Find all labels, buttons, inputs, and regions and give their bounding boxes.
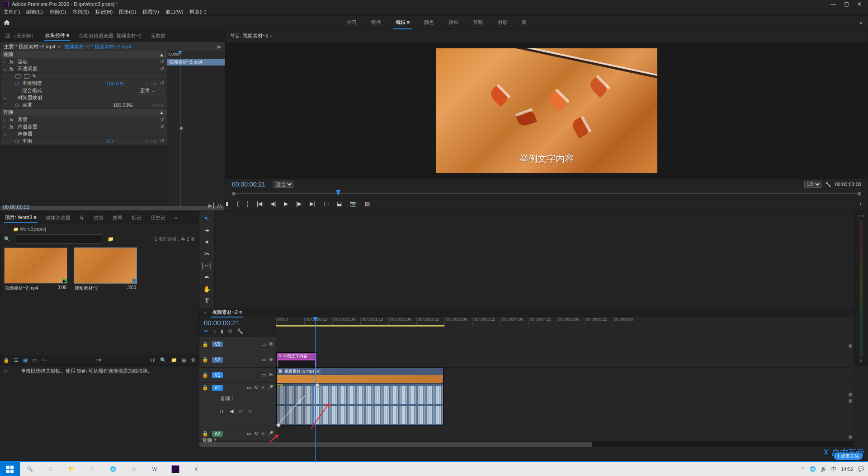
type-tool-icon[interactable]: T bbox=[205, 297, 209, 304]
prev-keyframe-icon[interactable]: ◁ bbox=[145, 139, 148, 144]
delete-icon[interactable]: 🗑 bbox=[191, 357, 196, 363]
ec-settings-icon[interactable]: 凸 bbox=[217, 203, 222, 210]
next-keyframe-icon[interactable]: ▷ bbox=[154, 81, 157, 86]
menu-markers[interactable]: 标记(M) bbox=[95, 9, 113, 15]
ec-linked-clip[interactable]: 视频素材~2 * 视频素材~2.mp4 bbox=[64, 43, 131, 50]
tab-effect-controls[interactable]: 效果控件 ≡ bbox=[44, 31, 70, 41]
zoom-slider[interactable]: ○─ bbox=[41, 357, 47, 363]
track-output-icon[interactable]: ▭ bbox=[247, 385, 251, 391]
ec-hscroll[interactable] bbox=[0, 206, 225, 210]
ec-timecode[interactable]: 00:00:00:21 bbox=[3, 204, 29, 210]
workspace-tab-color[interactable]: 颜色 bbox=[424, 19, 434, 26]
taskbar-settings-icon[interactable]: ⚙ bbox=[82, 462, 102, 476]
track-lock-icon[interactable]: 🔒 bbox=[202, 341, 208, 347]
icon-view-icon[interactable]: ▦ bbox=[23, 357, 28, 363]
scrub-handle-left[interactable] bbox=[232, 192, 236, 196]
start-button[interactable] bbox=[0, 462, 20, 476]
menu-window[interactable]: 窗口(W) bbox=[165, 9, 184, 15]
find-icon[interactable]: 🔍 bbox=[160, 357, 166, 363]
mark-in-icon[interactable]: { bbox=[237, 201, 239, 207]
track-lock-icon[interactable]: 🔒 bbox=[202, 431, 208, 437]
next-keyframe-icon[interactable]: ▷ bbox=[161, 103, 164, 107]
step-back-icon[interactable]: ◀| bbox=[270, 201, 276, 207]
workspace-tab-library[interactable]: 库 bbox=[522, 19, 527, 26]
extract-icon[interactable]: ⬓ bbox=[337, 201, 342, 207]
taskbar-word-icon[interactable]: W bbox=[145, 462, 165, 476]
ripple-tool-icon[interactable]: ✦ bbox=[204, 238, 210, 246]
settings-icon[interactable]: 🔧 bbox=[825, 182, 831, 187]
tray-ime-icon[interactable]: 中 bbox=[831, 466, 836, 472]
pen-tool-icon[interactable]: ✒ bbox=[204, 274, 210, 281]
workspace-tab-audio[interactable]: 音频 bbox=[473, 19, 483, 26]
linked-selection-icon[interactable]: ∩ bbox=[212, 328, 216, 334]
chevron-down-icon[interactable]: ⌄ bbox=[3, 95, 7, 101]
tab-overflow[interactable]: » bbox=[174, 214, 178, 221]
slip-tool-icon[interactable]: |↔| bbox=[202, 262, 212, 269]
menu-help[interactable]: 帮助(H) bbox=[189, 9, 206, 15]
prev-keyframe-icon[interactable]: ◀ bbox=[230, 408, 233, 414]
track-label-v1[interactable]: V1 bbox=[212, 372, 223, 378]
workspace-tab-assembly[interactable]: 组件 bbox=[371, 19, 381, 26]
timeline-clip-audio[interactable]: fx bbox=[276, 383, 443, 426]
timeline-workarea[interactable] bbox=[276, 325, 444, 327]
settings-icon[interactable]: ⚙ bbox=[228, 328, 232, 334]
home-button[interactable] bbox=[0, 16, 14, 29]
tab-effects[interactable]: 效果 bbox=[112, 214, 123, 222]
lift-icon[interactable]: ⬚ bbox=[324, 201, 329, 207]
track-visibility-icon[interactable]: 👁 bbox=[269, 341, 274, 347]
wrench-icon[interactable]: 🔧 bbox=[237, 328, 243, 334]
track-lock-icon[interactable]: 🔒 bbox=[202, 357, 208, 363]
track-label-a2[interactable]: A2 bbox=[212, 431, 223, 437]
timeline-close-icon[interactable]: × bbox=[204, 310, 207, 315]
workspace-overflow[interactable]: » bbox=[860, 20, 863, 25]
track-output-icon[interactable]: ▭ bbox=[261, 341, 266, 347]
automate-icon[interactable]: ⫿⫿ bbox=[150, 357, 156, 363]
tray-chevron-icon[interactable]: ＾ bbox=[800, 466, 805, 472]
stopwatch-icon[interactable]: ◷ bbox=[15, 138, 19, 144]
selection-tool-icon[interactable]: ↖ bbox=[204, 215, 210, 222]
timeline-clip-video[interactable]: ▦ 视频素材~2.mp4 [V] bbox=[276, 368, 443, 383]
next-keyframe-icon[interactable]: ▷ bbox=[248, 408, 251, 414]
program-fit-select[interactable]: 适合 bbox=[274, 181, 293, 188]
chevron-down-icon[interactable]: ⌄ bbox=[3, 66, 7, 72]
mask-pen-icon[interactable]: ✎ bbox=[32, 73, 36, 79]
collapse-up-icon[interactable]: ▲ bbox=[159, 52, 164, 57]
mark-out-icon[interactable]: } bbox=[247, 201, 249, 207]
add-marker-icon[interactable]: ▮ bbox=[226, 201, 229, 207]
tab-media-browser[interactable]: 媒体浏览器 bbox=[45, 214, 71, 222]
timeline-playhead[interactable] bbox=[315, 317, 316, 463]
menu-clip[interactable]: 剪辑(C) bbox=[49, 9, 66, 15]
taskbar-taskview-icon[interactable]: ⊞ bbox=[41, 462, 61, 476]
new-item-icon[interactable]: ▦ bbox=[182, 357, 186, 363]
go-to-in-icon[interactable]: |◀ bbox=[257, 201, 262, 207]
taskbar-excel-icon[interactable]: X bbox=[186, 462, 206, 476]
taskbar-search-icon[interactable]: 🔍 bbox=[20, 462, 40, 476]
track-output-icon[interactable]: ▭ bbox=[247, 431, 251, 437]
add-keyframe-icon[interactable]: ◇ bbox=[150, 81, 153, 86]
vscroll-mid2-handle[interactable] bbox=[849, 399, 852, 403]
chevron-right-icon[interactable]: › bbox=[3, 117, 7, 122]
ec-balance-value[interactable]: 0.0 bbox=[106, 139, 142, 144]
solo-icon[interactable]: S bbox=[261, 385, 264, 391]
track-lock-icon[interactable]: 🔒 bbox=[202, 372, 208, 378]
track-output-icon[interactable]: ▭ bbox=[261, 372, 266, 378]
project-item[interactable]: ▶ 视频素材~2.mp43:00 bbox=[4, 247, 67, 293]
menu-graphics[interactable]: 图形(G) bbox=[119, 9, 136, 15]
taskbar-premiere-icon[interactable] bbox=[165, 462, 185, 476]
voice-icon[interactable]: 🎤 bbox=[267, 431, 274, 437]
program-timecode[interactable]: 00:00:00:21 bbox=[232, 181, 265, 188]
tray-clock[interactable]: 14:52 bbox=[841, 467, 854, 472]
tab-libraries[interactable]: 库 bbox=[79, 214, 85, 222]
ec-blend-mode[interactable]: 正常 ⌄ bbox=[138, 87, 164, 94]
mask-rect-icon[interactable] bbox=[24, 74, 29, 79]
ec-panner[interactable]: 声像器 bbox=[18, 131, 164, 137]
vscroll-top-handle[interactable] bbox=[849, 344, 852, 348]
ec-motion[interactable]: 运动 bbox=[18, 58, 157, 65]
workspace-tab-editing[interactable]: 编辑 ≡ bbox=[396, 19, 410, 26]
voice-icon[interactable]: 🎤 bbox=[267, 385, 274, 391]
timeline-clip-title[interactable]: fx 举例文字内容 bbox=[276, 352, 317, 367]
project-item[interactable]: ≡ 视频素材~23:00 bbox=[74, 247, 137, 293]
compare-icon[interactable]: ▥ bbox=[365, 201, 370, 207]
tab-history[interactable]: 历史记 bbox=[150, 214, 166, 222]
ec-channel-volume[interactable]: 声道音量 bbox=[18, 123, 157, 130]
